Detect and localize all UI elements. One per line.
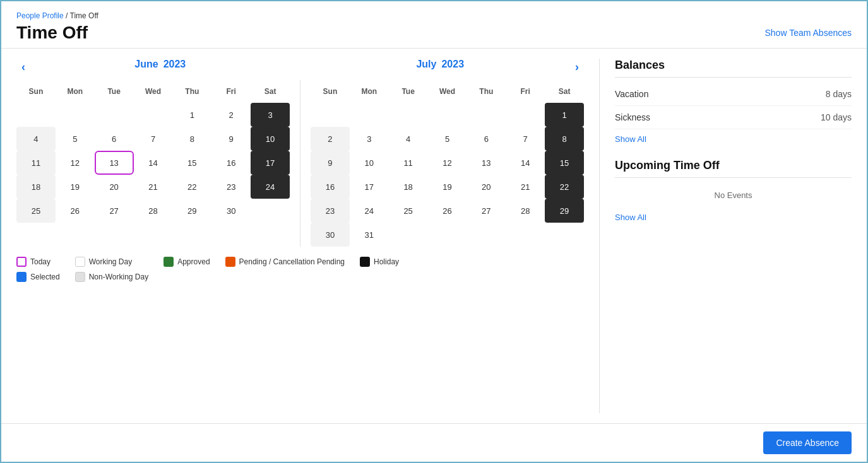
show-team-absences-link[interactable]: Show Team Absences [765, 28, 852, 38]
calendar-section: ‹ June 2023 July 2023 [16, 59, 584, 413]
calendar-day[interactable]: 20 [95, 175, 134, 199]
calendar-day[interactable]: 10 [251, 127, 290, 151]
calendar-day [311, 103, 350, 127]
calendar-day[interactable]: 6 [467, 127, 506, 151]
calendar-day[interactable]: 17 [350, 175, 389, 199]
calendar-day[interactable]: 29 [545, 199, 584, 223]
june-header-sat: Sat [251, 80, 290, 103]
calendar-day[interactable]: 2 [211, 103, 251, 127]
calendar-day [506, 103, 545, 127]
calendar-day[interactable]: 5 [428, 127, 467, 151]
calendar-day[interactable]: 9 [311, 151, 350, 175]
calendar-day[interactable]: 7 [134, 127, 173, 151]
calendar-day[interactable]: 11 [16, 151, 56, 175]
calendar-day[interactable]: 14 [506, 151, 545, 175]
balances-show-all-link[interactable]: Show All [615, 134, 646, 144]
legend-working-label: Working Day [89, 257, 132, 266]
calendar-day[interactable]: 29 [172, 199, 211, 223]
calendar-day[interactable]: 26 [428, 199, 467, 223]
calendar-day[interactable]: 25 [389, 199, 428, 223]
calendar-day[interactable]: 21 [134, 175, 173, 199]
calendar-day[interactable]: 23 [211, 175, 251, 199]
calendar-day [134, 103, 173, 127]
calendar-day[interactable]: 27 [467, 199, 506, 223]
calendar-day[interactable]: 7 [506, 127, 545, 151]
legend-approved: Approved [163, 257, 210, 267]
calendar-day[interactable]: 8 [545, 127, 584, 151]
calendar-day[interactable]: 24 [350, 199, 389, 223]
calendar-day[interactable]: 30 [311, 223, 350, 247]
create-absence-button[interactable]: Create Absence [763, 431, 852, 454]
calendar-day[interactable]: 25 [16, 199, 56, 223]
calendar-day[interactable]: 19 [428, 175, 467, 199]
calendar-day[interactable]: 27 [95, 199, 134, 223]
legend-selected: Selected [16, 272, 60, 282]
calendar-day [545, 223, 584, 247]
calendar-day[interactable]: 31 [350, 223, 389, 247]
calendar-day [350, 103, 389, 127]
calendar-day[interactable]: 13 [95, 151, 134, 175]
calendar-day[interactable]: 3 [251, 103, 290, 127]
calendar-day[interactable]: 8 [172, 127, 211, 151]
breadcrumb-people-profile[interactable]: People Profile [16, 11, 64, 20]
calendar-day[interactable]: 10 [350, 151, 389, 175]
calendar-day[interactable]: 1 [172, 103, 211, 127]
calendar-day[interactable]: 5 [56, 127, 95, 151]
calendar-day[interactable]: 13 [467, 151, 506, 175]
legend-pending: Pending / Cancellation Pending [225, 257, 345, 267]
calendar-day [251, 199, 290, 223]
calendar-day[interactable]: 21 [506, 175, 545, 199]
calendar-day [428, 103, 467, 127]
next-month-arrow[interactable]: › [570, 61, 584, 74]
balance-vacation-label: Vacation [615, 89, 648, 99]
balance-sickness: Sickness 10 days [615, 106, 852, 129]
june-header-sun: Sun [16, 80, 56, 103]
calendar-day[interactable]: 26 [56, 199, 95, 223]
calendar-day[interactable]: 3 [350, 127, 389, 151]
calendar-day[interactable]: 14 [134, 151, 173, 175]
june-day-headers: Sun Mon Tue Wed Thu Fri Sat [16, 80, 290, 103]
calendar-day[interactable]: 4 [16, 127, 56, 151]
prev-month-arrow[interactable]: ‹ [16, 61, 30, 74]
legend-group-working: Working Day Non-Working Day [75, 257, 148, 282]
calendar-day[interactable]: 28 [134, 199, 173, 223]
calendar-day[interactable]: 15 [172, 151, 211, 175]
june-header-mon: Mon [56, 80, 95, 103]
calendar-day[interactable]: 18 [389, 175, 428, 199]
calendar-day[interactable]: 6 [95, 127, 134, 151]
calendar-day[interactable]: 9 [211, 127, 251, 151]
calendar-day[interactable]: 2 [311, 127, 350, 151]
june-calendar: Sun Mon Tue Wed Thu Fri Sat 123456789101… [16, 80, 290, 247]
calendar-day[interactable]: 1 [545, 103, 584, 127]
calendar-day[interactable]: 15 [545, 151, 584, 175]
june-month-block: June 2023 [30, 59, 290, 75]
july-grid: 1234567891011121314151617181920212223242… [311, 103, 584, 247]
legend-today-label: Today [30, 257, 51, 266]
calendar-day[interactable]: 22 [545, 175, 584, 199]
calendar-day[interactable]: 11 [389, 151, 428, 175]
balance-vacation: Vacation 8 days [615, 83, 852, 106]
legend-today: Today [16, 257, 60, 267]
calendar-day[interactable]: 17 [251, 151, 290, 175]
calendar-day[interactable]: 16 [211, 151, 251, 175]
calendar-day[interactable]: 30 [211, 199, 251, 223]
calendar-day[interactable]: 16 [311, 175, 350, 199]
calendar-day [16, 103, 56, 127]
balance-vacation-value: 8 days [826, 89, 852, 99]
calendar-day[interactable]: 12 [428, 151, 467, 175]
june-header-wed: Wed [134, 80, 173, 103]
calendar-day[interactable]: 4 [389, 127, 428, 151]
july-header-fri: Fri [506, 80, 545, 103]
upcoming-show-all-link[interactable]: Show All [615, 213, 646, 222]
calendar-day[interactable]: 18 [16, 175, 56, 199]
july-header-thu: Thu [467, 80, 506, 103]
calendar-day[interactable]: 12 [56, 151, 95, 175]
calendar-day[interactable]: 22 [172, 175, 211, 199]
legend-selected-label: Selected [30, 273, 60, 281]
july-header-tue: Tue [389, 80, 428, 103]
calendar-day[interactable]: 20 [467, 175, 506, 199]
calendar-day[interactable]: 28 [506, 199, 545, 223]
calendar-day[interactable]: 24 [251, 175, 290, 199]
calendar-day[interactable]: 23 [311, 199, 350, 223]
calendar-day[interactable]: 19 [56, 175, 95, 199]
